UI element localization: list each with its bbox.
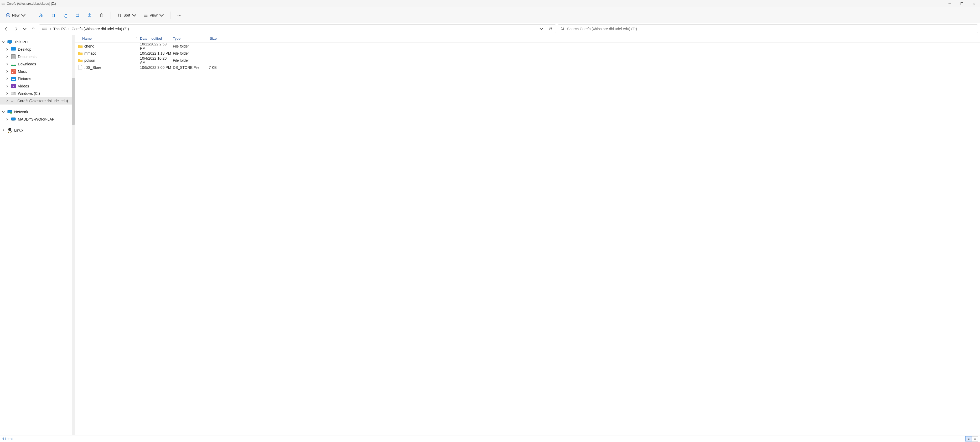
folder-icon — [78, 58, 83, 63]
column-headers: Name ˄ Date modified Type Size — [75, 35, 980, 43]
chevron-right-icon[interactable] — [2, 129, 5, 132]
search-box[interactable] — [558, 24, 978, 33]
close-button[interactable] — [968, 0, 980, 7]
tree-desktop[interactable]: Desktop — [0, 46, 72, 53]
status-bar: 4 items ≡ ▭ — [0, 435, 980, 442]
view-switcher: ≡ ▭ — [965, 436, 978, 442]
music-icon — [11, 69, 16, 74]
rename-button[interactable] — [72, 11, 83, 20]
refresh-button[interactable] — [547, 27, 554, 31]
svg-rect-33 — [11, 47, 16, 51]
tree-network[interactable]: Network — [0, 108, 72, 116]
view-button[interactable]: View — [141, 11, 167, 20]
svg-rect-47 — [14, 93, 15, 94]
svg-point-25 — [179, 15, 180, 16]
svg-rect-16 — [76, 14, 80, 16]
pc-icon — [7, 40, 12, 45]
file-row[interactable]: chenc10/11/2022 2:59 PMFile folder — [75, 43, 980, 49]
chevron-right-icon[interactable] — [5, 55, 9, 59]
svg-rect-13 — [52, 14, 55, 17]
tree-downloads[interactable]: Downloads — [0, 60, 72, 68]
copy-button[interactable] — [48, 11, 59, 20]
tree-videos[interactable]: Videos — [0, 83, 72, 90]
maximize-button[interactable] — [956, 0, 968, 7]
tree-music[interactable]: Music — [0, 68, 72, 75]
file-name: .DS_Store — [84, 65, 140, 70]
cut-button[interactable] — [36, 11, 46, 20]
chevron-right-icon[interactable] — [5, 84, 9, 88]
file-type: File folder — [173, 58, 200, 62]
column-size-label: Size — [210, 37, 217, 40]
file-date: 10/11/2022 2:59 PM — [140, 43, 173, 51]
recent-locations-button[interactable] — [22, 25, 27, 33]
title-bar: Corefs (\\biostore.dbi.udel.edu) (Z:) — [0, 0, 980, 7]
tree-windows-c[interactable]: Windows (C:) — [0, 90, 72, 97]
chevron-right-icon[interactable] — [5, 62, 9, 66]
new-button[interactable]: New — [3, 11, 29, 20]
tree-label: Documents — [18, 55, 37, 59]
svg-point-24 — [178, 15, 178, 16]
tree-this-pc[interactable]: This PC — [0, 38, 72, 46]
column-type-label: Type — [173, 37, 180, 40]
drive-icon — [42, 27, 47, 31]
address-dropdown-button[interactable] — [538, 27, 545, 31]
up-button[interactable] — [29, 25, 37, 33]
scrollbar-thumb[interactable] — [72, 78, 75, 125]
file-icon — [78, 65, 83, 70]
share-button[interactable] — [84, 11, 95, 20]
videos-icon — [11, 84, 16, 89]
tree-label: Pictures — [18, 77, 31, 81]
more-button[interactable] — [174, 11, 185, 20]
svg-point-26 — [180, 15, 181, 16]
tree-pictures[interactable]: Pictures — [0, 75, 72, 83]
svg-rect-49 — [11, 101, 13, 102]
delete-button[interactable] — [96, 11, 107, 20]
network-icon — [7, 110, 12, 114]
tree-linux[interactable]: Linux — [0, 127, 72, 134]
tree-corefs-z[interactable]: Corefs (\\biostore.dbi.udel.edu) (Z:) — [0, 97, 72, 105]
svg-point-29 — [561, 27, 563, 29]
file-row[interactable]: mmacd10/5/2022 1:18 PMFile folder — [75, 49, 980, 57]
file-type: File folder — [173, 44, 200, 48]
sort-button-label: Sort — [124, 13, 130, 17]
new-button-label: New — [12, 13, 19, 17]
svg-point-9 — [40, 16, 41, 17]
chevron-right-icon[interactable] — [5, 92, 9, 95]
column-size[interactable]: Size — [200, 37, 219, 40]
column-name[interactable]: Name ˄ — [82, 37, 140, 40]
sort-button[interactable]: Sort — [115, 11, 139, 20]
file-rows: chenc10/11/2022 2:59 PMFile foldermmacd1… — [75, 43, 980, 435]
forward-button[interactable] — [12, 25, 21, 33]
column-date-label: Date modified — [140, 37, 162, 40]
address-bar[interactable]: › This PC › Corefs (\\biostore.dbi.udel.… — [39, 24, 556, 33]
file-type: File folder — [173, 51, 200, 56]
chevron-right-icon[interactable] — [5, 77, 9, 81]
column-date[interactable]: Date modified — [140, 37, 173, 40]
tree-label: This PC — [14, 40, 28, 44]
paste-button[interactable] — [60, 11, 71, 20]
column-type[interactable]: Type — [173, 37, 200, 40]
sidebar-scrollbar[interactable] — [72, 35, 75, 435]
file-date: 10/5/2022 3:00 PM — [140, 65, 173, 70]
search-input[interactable] — [567, 27, 975, 31]
chevron-right-icon[interactable] — [5, 118, 9, 121]
breadcrumb-current[interactable]: Corefs (\\biostore.dbi.udel.edu) (Z:) — [72, 27, 129, 31]
chevron-down-icon[interactable] — [2, 110, 5, 114]
chevron-down-icon[interactable] — [2, 40, 5, 44]
minimize-button[interactable] — [944, 0, 956, 7]
file-row[interactable]: .DS_Store10/5/2022 3:00 PMDS_STORE File7… — [75, 64, 980, 71]
chevron-right-icon[interactable] — [5, 99, 9, 103]
chevron-right-icon[interactable] — [5, 70, 9, 73]
nav-tree: This PC Desktop Documents Downloads — [0, 35, 72, 435]
breadcrumb-this-pc[interactable]: This PC — [53, 27, 67, 31]
back-button[interactable] — [2, 25, 11, 33]
tree-network-computer[interactable]: MADDYS-WORK-LAP — [0, 116, 72, 123]
tree-documents[interactable]: Documents — [0, 53, 72, 60]
thumbnails-view-button[interactable]: ▭ — [972, 436, 978, 442]
tree-label: Desktop — [18, 47, 31, 51]
details-view-button[interactable]: ≡ — [965, 436, 972, 442]
file-row[interactable]: polson10/4/2022 10:20 AMFile folder — [75, 57, 980, 64]
tree-label: MADDYS-WORK-LAP — [18, 117, 54, 121]
chevron-right-icon[interactable] — [5, 48, 9, 51]
drive-icon — [11, 91, 16, 96]
